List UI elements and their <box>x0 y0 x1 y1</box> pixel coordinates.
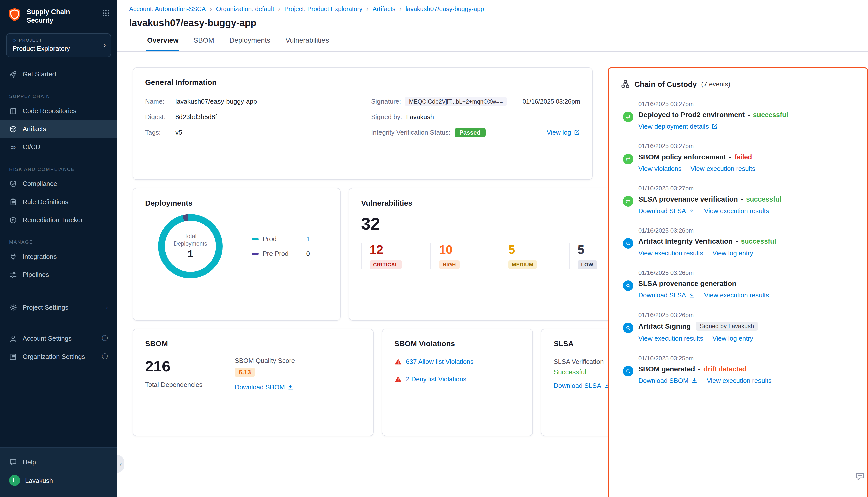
signed-by-badge: Signed by Lavakush <box>696 322 758 331</box>
deploy-arrows-icon: ⇄ <box>623 112 633 122</box>
sidebar-item-artifacts[interactable]: Artifacts <box>0 120 117 138</box>
chevron-right-icon: › <box>106 304 108 311</box>
signature-timestamp: 01/16/2025 03:26pm <box>523 98 580 105</box>
sidebar-item-account-settings[interactable]: Account Settings ⓘ <box>0 330 117 348</box>
event-title: SBOM policy enforcement <box>638 153 726 161</box>
breadcrumb-separator-icon: › <box>210 5 212 13</box>
breadcrumb-artifacts[interactable]: Artifacts <box>373 5 395 12</box>
view-execution-results-link[interactable]: View execution results <box>704 207 769 215</box>
chain-of-custody-title: Chain of Custody <box>634 80 697 88</box>
breadcrumb-project[interactable]: Project: Product Exploratory <box>284 5 362 12</box>
link-label: Download SLSA <box>553 382 601 389</box>
sidebar-item-integrations[interactable]: Integrations <box>0 248 117 266</box>
app-logo-row: Supply Chain Security <box>0 0 117 25</box>
coc-event-slsa-provenance-generation: 01/16/2025 03:26pm SLSA provenance gener… <box>621 269 855 299</box>
breadcrumb-account[interactable]: Account: Automation-SSCA <box>129 5 206 12</box>
main-content: Account: Automation-SSCA › Organization:… <box>117 0 868 497</box>
user-menu[interactable]: L Lavakush <box>0 471 117 490</box>
project-selector[interactable]: ◇ PROJECT Product Exploratory › <box>6 33 111 57</box>
tab-sbom[interactable]: SBOM <box>193 36 215 51</box>
view-deployment-details-link[interactable]: View deployment details <box>638 123 718 130</box>
severity-count: 5 <box>508 243 569 257</box>
sidebar-item-pipelines[interactable]: Pipelines <box>0 266 117 284</box>
event-timestamp: 01/16/2025 03:25pm <box>638 355 855 362</box>
sidebar-item-remediation-tracker[interactable]: Remediation Tracker <box>0 211 117 229</box>
breadcrumb-separator-icon: › <box>399 5 402 13</box>
view-log-link[interactable]: View log <box>547 129 580 136</box>
sidebar-item-rule-definitions[interactable]: Rule Definitions <box>0 193 117 211</box>
legend-value: 1 <box>306 235 310 243</box>
tab-overview[interactable]: Overview <box>146 36 179 51</box>
allow-list-violations-link[interactable]: 637 Allow list Violations <box>406 358 474 365</box>
download-slsa-link[interactable]: Download SLSA <box>638 292 695 299</box>
deployments-card: Deployments Total Deployments 1 Prod <box>133 188 341 321</box>
tab-vulnerabilities[interactable]: Vulnerabilities <box>284 36 330 51</box>
external-link-icon <box>711 123 718 130</box>
sidebar-item-code-repositories[interactable]: Code Repositories <box>0 102 117 120</box>
cards-area: General Information Name: lavakush07/eas… <box>133 67 593 436</box>
coc-event-deployed-prod2: ⇄ 01/16/2025 03:27pm Deployed to Prod2 e… <box>621 100 855 130</box>
sidebar-item-label: Integrations <box>23 253 57 260</box>
sidebar-item-organization-settings[interactable]: Organization Settings ⓘ <box>0 348 117 366</box>
module-grid-icon[interactable] <box>102 9 110 17</box>
event-timestamp: 01/16/2025 03:27pm <box>638 100 855 108</box>
sidebar-item-label: Project Settings <box>23 304 68 311</box>
deny-list-violations-link[interactable]: 2 Deny list Violations <box>406 375 466 383</box>
download-slsa-link[interactable]: Download SLSA <box>553 382 610 389</box>
event-timestamp: 01/16/2025 03:27pm <box>638 143 855 150</box>
sidebar-item-cicd[interactable]: ∞ CI/CD <box>0 138 117 156</box>
sidebar-item-get-started[interactable]: Get Started <box>0 65 117 83</box>
view-execution-results-link[interactable]: View execution results <box>704 292 769 299</box>
tab-deployments[interactable]: Deployments <box>228 36 271 51</box>
download-icon <box>689 208 695 214</box>
download-slsa-link[interactable]: Download SLSA <box>638 207 695 215</box>
breadcrumb: Account: Automation-SSCA › Organization:… <box>129 5 868 13</box>
feedback-bubble-icon[interactable] <box>855 471 865 483</box>
breadcrumb-organization[interactable]: Organization: default <box>216 5 274 12</box>
event-title: Artifact Integrity Verification <box>638 237 733 245</box>
event-separator: - <box>741 195 743 203</box>
vulnerabilities-card: Vulnerabilities 32 12 CRITICAL 10 HIGH 5 <box>349 188 651 321</box>
deploy-arrows-icon: ⇄ <box>623 196 633 207</box>
coc-event-artifact-integrity-verification: 01/16/2025 03:26pm Artifact Integrity Ve… <box>621 227 855 257</box>
slsa-verification-status: Successful <box>553 368 610 376</box>
sbom-card: SBOM 216 Total Dependencies SBOM Quality… <box>133 329 374 436</box>
donut-center-label: Total Deployments <box>170 232 211 247</box>
view-execution-results-link[interactable]: View execution results <box>638 249 703 257</box>
scan-magnifier-icon <box>623 366 633 377</box>
digest-label: Digest: <box>145 113 171 120</box>
breadcrumb-current-artifact[interactable]: lavakush07/easy-buggy-app <box>406 5 484 12</box>
app-root: Supply Chain Security ◇ PROJECT Product … <box>0 0 868 497</box>
sidebar-item-project-settings[interactable]: Project Settings › <box>0 298 117 316</box>
legend-dash-icon <box>252 253 259 255</box>
sidebar: Supply Chain Security ◇ PROJECT Product … <box>0 0 117 497</box>
app-title-line2: Security <box>27 17 98 25</box>
severity-high: 10 HIGH <box>431 243 500 269</box>
building-icon <box>9 353 17 361</box>
card-title: Vulnerabilities <box>361 199 638 207</box>
view-execution-results-link[interactable]: View execution results <box>638 335 703 342</box>
download-sbom-link[interactable]: Download SBOM <box>235 383 294 391</box>
tab-bar: Overview SBOM Deployments Vulnerabilitie… <box>117 36 868 52</box>
download-icon <box>287 384 294 390</box>
donut-total-value: 1 <box>188 248 193 260</box>
slsa-verification-label: SLSA Verification <box>553 358 610 365</box>
card-title: SBOM Violations <box>394 339 520 348</box>
severity-chip: LOW <box>578 260 597 269</box>
info-icon[interactable]: ⓘ <box>102 353 108 361</box>
infinity-icon: ∞ <box>9 143 17 151</box>
download-sbom-link[interactable]: Download SBOM <box>638 377 697 384</box>
view-execution-results-link[interactable]: View execution results <box>691 165 755 172</box>
view-log-entry-link[interactable]: View log entry <box>712 335 753 342</box>
view-violations-link[interactable]: View violations <box>638 165 682 172</box>
sidebar-item-help[interactable]: Help <box>0 453 117 471</box>
deployments-donut-chart: Total Deployments 1 <box>158 214 222 279</box>
event-status: successful <box>746 195 781 203</box>
sidebar-item-compliance[interactable]: Compliance <box>0 175 117 193</box>
view-execution-results-link[interactable]: View execution results <box>707 377 771 384</box>
page-title: lavakush07/easy-buggy-app <box>129 18 868 29</box>
chevron-left-icon: ‹ <box>119 460 122 468</box>
view-log-entry-link[interactable]: View log entry <box>712 249 753 257</box>
info-icon[interactable]: ⓘ <box>102 335 108 343</box>
allow-list-violations-row: 637 Allow list Violations <box>394 358 520 365</box>
